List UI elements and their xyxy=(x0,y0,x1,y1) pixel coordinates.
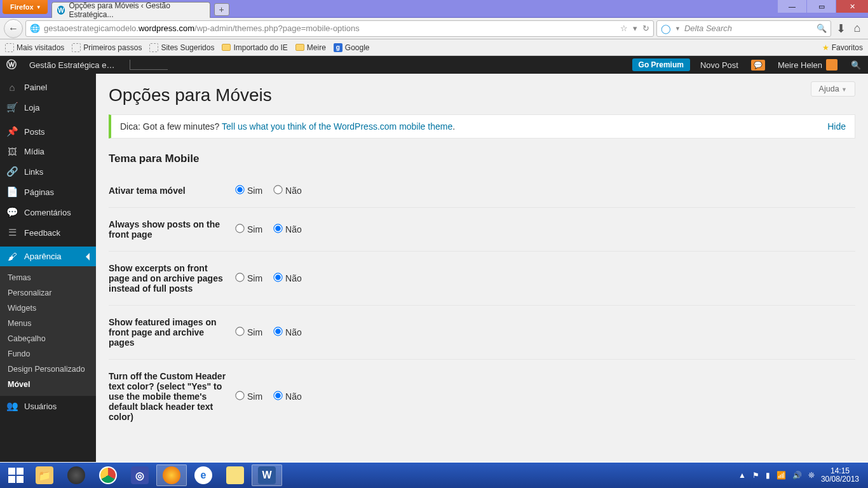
setting-row: Turn off the Custom Header text color? (… xyxy=(109,360,855,434)
speech-bubble-icon: 💬 xyxy=(751,60,765,71)
tray-expand-icon[interactable]: ▲ xyxy=(738,471,746,480)
search-icon[interactable]: 🔍 xyxy=(817,24,827,33)
radio-sim[interactable]: Sim xyxy=(236,273,262,283)
sidebar-item-comentarios[interactable]: 💬Comentários xyxy=(0,202,96,222)
battery-icon[interactable]: ▮ xyxy=(766,471,770,480)
bookmark-most-visited[interactable]: Mais visitados xyxy=(5,43,64,52)
help-tab[interactable]: Ajuda ▼ xyxy=(811,81,855,97)
close-button[interactable]: ✕ xyxy=(836,0,868,13)
wifi-icon[interactable]: 📶 xyxy=(776,471,786,480)
globe-icon: 🌐 xyxy=(30,24,40,33)
wp-admin-bar: ⓦ Gestão Estratégica e… Go Premium Novo … xyxy=(0,56,868,74)
taskbar-chrome[interactable] xyxy=(93,464,123,486)
browser-nav-bar: ← 🌐 gestaoestrategicamodelo.wordpress.co… xyxy=(0,18,868,39)
minimize-button[interactable]: — xyxy=(778,0,806,13)
notice-link[interactable]: Tell us what you think of the WordPress.… xyxy=(222,121,452,132)
reload-icon[interactable]: ↻ xyxy=(642,24,649,33)
sidebar-item-midia[interactable]: 🖼Mídia xyxy=(0,142,96,161)
sidebar-item-posts[interactable]: 📌Posts xyxy=(0,121,96,142)
admin-sidebar: ⌂Painel 🛒Loja 📌Posts 🖼Mídia 🔗Links 📄Pági… xyxy=(0,74,96,462)
taskbar-word[interactable]: W xyxy=(252,464,282,486)
back-button[interactable]: ← xyxy=(4,19,23,38)
sidebar-item-paginas[interactable]: 📄Páginas xyxy=(0,182,96,202)
orb-icon xyxy=(67,466,85,484)
notice-hide-link[interactable]: Hide xyxy=(827,121,846,132)
sidebar-item-aparencia[interactable]: 🖌Aparência xyxy=(0,247,96,266)
radio-sim[interactable]: Sim xyxy=(236,186,262,196)
browser-tab[interactable]: W Opções para Móveis ‹ Gestão Estratégic… xyxy=(51,2,210,18)
wp-logo[interactable]: ⓦ xyxy=(0,56,23,74)
dashed-icon xyxy=(149,43,158,52)
firefox-menu-button[interactable]: Firefox ▼ xyxy=(3,0,48,14)
system-tray: ▲ ⚑ ▮ 📶 🔊 ❊ 14:15 30/08/2013 xyxy=(738,467,864,484)
radio-sim[interactable]: Sim xyxy=(236,224,262,234)
radio-nao[interactable]: Não xyxy=(274,224,302,234)
radio-nao[interactable]: Não xyxy=(274,186,302,196)
page-icon: 📄 xyxy=(6,186,18,198)
submenu-design[interactable]: Design Personalizado xyxy=(0,362,96,377)
bookmark-suggested[interactable]: Sites Sugeridos xyxy=(149,43,214,52)
sidebar-item-feedback[interactable]: ☰Feedback xyxy=(0,222,96,243)
radio-nao[interactable]: Não xyxy=(274,391,302,402)
google-icon: g xyxy=(334,43,342,52)
bookmark-star-icon[interactable]: ☆ xyxy=(620,24,628,33)
new-post-link[interactable]: Novo Post xyxy=(694,56,745,74)
setting-label: Ativar tema móvel xyxy=(109,174,236,208)
new-tab-button[interactable]: + xyxy=(214,3,229,16)
user-menu[interactable]: Meire Helen xyxy=(771,56,844,74)
taskbar-ie[interactable]: e xyxy=(188,464,219,486)
submenu-temas[interactable]: Temas xyxy=(0,270,96,285)
submenu-personalizar[interactable]: Personalizar xyxy=(0,285,96,301)
submenu-menus[interactable]: Menus xyxy=(0,316,96,331)
bookmark-google[interactable]: gGoogle xyxy=(334,43,370,52)
star-icon: ★ xyxy=(822,43,829,52)
sidebar-item-links[interactable]: 🔗Links xyxy=(0,161,96,182)
tab-title: Opções para Móveis ‹ Gestão Estratégica.… xyxy=(69,1,204,19)
submenu-movel[interactable]: Móvel xyxy=(0,377,96,392)
submenu-widgets[interactable]: Widgets xyxy=(0,301,96,316)
radio-sim[interactable]: Sim xyxy=(236,391,262,402)
sidebar-item-usuarios[interactable]: 👥Usuários xyxy=(0,396,96,416)
admin-search-button[interactable]: 🔍 xyxy=(844,56,868,74)
flag-icon[interactable]: ⚑ xyxy=(752,471,759,480)
taskbar-firefox[interactable] xyxy=(156,464,187,486)
bookmark-meire[interactable]: Meire xyxy=(295,43,326,52)
go-premium-button[interactable]: Go Premium xyxy=(632,58,690,71)
radio-nao[interactable]: Não xyxy=(274,273,302,283)
taskbar-app2[interactable]: ◎ xyxy=(125,464,155,486)
wordpress-icon: ⓦ xyxy=(6,58,17,72)
taskbar-explorer[interactable]: 📁 xyxy=(29,464,60,486)
bookmark-imported[interactable]: Importado do IE xyxy=(222,43,287,52)
sidebar-item-painel[interactable]: ⌂Painel xyxy=(0,78,96,97)
ie-icon: e xyxy=(194,466,212,484)
home-button[interactable]: ⌂ xyxy=(850,22,864,36)
sync-icon[interactable]: ❊ xyxy=(808,471,815,480)
start-button[interactable] xyxy=(4,463,28,487)
setting-row: Ativar tema móvel Sim Não xyxy=(109,174,855,208)
window-controls: — ▭ ✕ xyxy=(777,0,868,17)
bookmark-first-steps[interactable]: Primeiros passos xyxy=(72,43,142,52)
dropdown-icon[interactable]: ▾ xyxy=(633,24,637,33)
search-icon: 🔍 xyxy=(850,59,862,71)
stats-sparkline[interactable] xyxy=(121,56,174,74)
radio-sim[interactable]: Sim xyxy=(236,327,262,337)
sidebar-item-loja[interactable]: 🛒Loja xyxy=(0,97,96,118)
submenu-cabecalho[interactable]: Cabeçalho xyxy=(0,331,96,346)
taskbar-clock[interactable]: 14:15 30/08/2013 xyxy=(821,467,859,484)
dashed-icon xyxy=(5,43,14,52)
volume-icon[interactable]: 🔊 xyxy=(792,471,802,480)
notifications-button[interactable]: 💬 xyxy=(745,56,771,74)
taskbar-app[interactable] xyxy=(61,464,92,486)
search-dropdown-icon[interactable]: ▼ xyxy=(675,25,681,32)
maximize-button[interactable]: ▭ xyxy=(807,0,836,13)
site-name[interactable]: Gestão Estratégica e… xyxy=(23,56,121,74)
firefox-label: Firefox xyxy=(10,3,34,11)
bookmark-favorites[interactable]: ★Favoritos xyxy=(822,43,863,52)
taskbar-notes[interactable] xyxy=(220,464,250,486)
search-box[interactable]: ◯ ▼ Delta Search 🔍 xyxy=(656,20,831,37)
link-icon: 🔗 xyxy=(6,166,18,177)
url-bar[interactable]: 🌐 gestaoestrategicamodelo.wordpress.com/… xyxy=(25,20,654,37)
downloads-button[interactable]: ⬇ xyxy=(834,22,848,36)
submenu-fundo[interactable]: Fundo xyxy=(0,346,96,362)
radio-nao[interactable]: Não xyxy=(274,327,302,337)
